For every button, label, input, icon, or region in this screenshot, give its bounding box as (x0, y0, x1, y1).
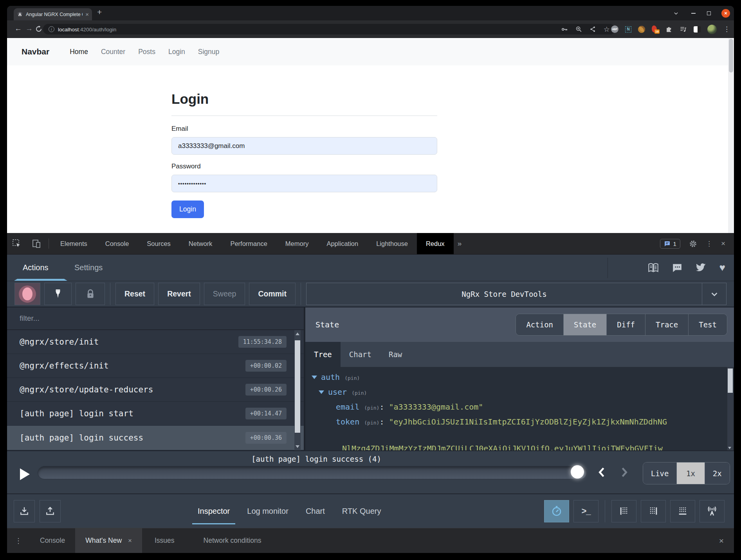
action-row[interactable]: @ngrx/effects/init+00:00.02 (7, 354, 304, 378)
redux-tab-actions[interactable]: Actions (23, 255, 49, 281)
password-field[interactable] (171, 175, 437, 192)
navbar-brand[interactable]: Navbar (22, 47, 49, 56)
redux-tab-settings[interactable]: Settings (74, 255, 103, 281)
zoom-icon[interactable] (575, 26, 582, 33)
new-tab-button[interactable]: + (97, 7, 102, 17)
tab-close-icon[interactable]: × (85, 11, 89, 17)
drawer-item-console[interactable]: Console (30, 528, 75, 553)
drawer-close-icon[interactable]: × (709, 528, 734, 553)
dispatcher-button[interactable]: >_ (573, 500, 599, 522)
address-bar[interactable]: i localhost:4200/auth/login ☆ (43, 24, 615, 34)
speed-1x[interactable]: 1x (676, 462, 704, 484)
bookmark-star-icon[interactable]: ☆ (604, 25, 610, 34)
step-back-icon[interactable] (597, 467, 606, 478)
tab-network[interactable]: Network (180, 233, 222, 254)
back-button[interactable]: ← (14, 24, 22, 33)
expand-triangle-icon[interactable] (319, 390, 324, 394)
maximize-button[interactable] (707, 6, 711, 20)
browser-menu-icon[interactable]: ⋮ (723, 25, 730, 33)
tab-trace[interactable]: Trace (645, 314, 688, 335)
tab-performance[interactable]: Performance (221, 233, 276, 254)
sweep-button[interactable]: Sweep (204, 283, 245, 305)
drawer-item-whats-new[interactable]: What's New × (75, 528, 142, 553)
slider-toggle-button[interactable] (544, 500, 569, 522)
tab-chart[interactable]: Chart (306, 507, 325, 516)
extensions-puzzle-icon[interactable] (665, 25, 673, 33)
slider-knob[interactable] (571, 465, 584, 479)
nav-link-login[interactable]: Login (168, 48, 185, 56)
lock-button[interactable] (76, 283, 105, 305)
import-button[interactable] (14, 500, 35, 522)
play-button[interactable] (20, 468, 30, 480)
tab-chart[interactable]: Chart (341, 342, 380, 367)
tab-action[interactable]: Action (516, 314, 563, 335)
dock-bottom-button[interactable] (670, 500, 695, 522)
twitter-icon[interactable] (696, 263, 706, 272)
playlist-icon[interactable] (680, 25, 687, 33)
step-forward-icon[interactable] (620, 467, 629, 478)
tab-console[interactable]: Console (96, 233, 138, 254)
password-key-icon[interactable] (561, 26, 568, 33)
tab-search-chevron-icon[interactable] (673, 6, 679, 20)
tree-node-auth[interactable]: auth (pin) (312, 372, 360, 382)
nav-link-posts[interactable]: Posts (138, 48, 155, 56)
login-submit-button[interactable]: Login (171, 201, 204, 218)
tab-application[interactable]: Application (317, 233, 367, 254)
inspect-element-icon[interactable] (7, 239, 27, 248)
devtools-close-icon[interactable]: × (721, 239, 725, 248)
commit-button[interactable]: Commit (249, 283, 296, 305)
nav-link-counter[interactable]: Counter (101, 48, 125, 56)
close-window-button[interactable]: × (721, 6, 730, 20)
devtools-menu-icon[interactable]: ⋮ (706, 240, 712, 248)
site-info-icon[interactable]: i (49, 26, 54, 32)
tab-lighthouse[interactable]: Lighthouse (367, 233, 417, 254)
instance-selector[interactable]: NgRx Store DevTools (306, 283, 727, 305)
sidebar-toggle-icon[interactable] (694, 26, 701, 33)
tab-raw[interactable]: Raw (380, 342, 411, 367)
tree-node-token[interactable]: token (pin): "eyJhbGciOiJSUzI1NiIsImtpZC… (336, 417, 667, 426)
pin-button[interactable] (44, 283, 72, 305)
export-button[interactable] (40, 500, 61, 522)
tab-state[interactable]: State (563, 314, 606, 335)
tab-test[interactable]: Test (688, 314, 727, 335)
share-icon[interactable] (590, 26, 596, 33)
minimize-button[interactable] (691, 6, 696, 20)
nav-link-signup[interactable]: Signup (198, 48, 220, 56)
tab-inspector[interactable]: Inspector (198, 507, 230, 516)
action-row-selected[interactable]: [auth page] login success+00:00.36 (7, 426, 304, 450)
reload-button[interactable] (35, 25, 42, 33)
tree-node-user[interactable]: user (pin) (319, 387, 367, 397)
docs-book-icon[interactable] (648, 263, 659, 273)
action-row[interactable]: @ngrx/store/update-reducers+00:00.26 (7, 378, 304, 402)
reset-button[interactable]: Reset (115, 283, 154, 305)
remote-button[interactable] (700, 500, 725, 522)
cookie-extension-icon[interactable] (638, 26, 645, 33)
expand-triangle-icon[interactable] (312, 376, 317, 379)
page-scrollbar[interactable] (728, 38, 734, 233)
speed-2x[interactable]: 2x (705, 462, 730, 484)
dock-left-button[interactable] (611, 500, 636, 522)
nav-link-home[interactable]: Home (70, 48, 88, 56)
profile-avatar[interactable] (707, 25, 717, 34)
record-button[interactable] (14, 283, 40, 305)
feedback-chat-icon[interactable] (672, 263, 682, 273)
playback-slider[interactable] (38, 466, 587, 479)
notion-extension-icon[interactable]: N (625, 26, 631, 33)
revert-button[interactable]: Revert (158, 283, 200, 305)
speed-live[interactable]: Live (643, 462, 676, 484)
drawer-menu-icon[interactable]: ⋮ (7, 528, 30, 553)
tab-log-monitor[interactable]: Log monitor (247, 507, 288, 516)
tab-rtk-query[interactable]: RTK Query (342, 507, 381, 516)
sponsor-heart-icon[interactable]: ♥ (719, 262, 725, 274)
tree-node-email[interactable]: email (pin): "a3333333@gmail.com" (336, 402, 483, 412)
tab-diff[interactable]: Diff (606, 314, 645, 335)
browser-tab[interactable]: Angular NGRX Complete C × (14, 8, 92, 20)
email-field[interactable] (171, 137, 437, 155)
device-toolbar-icon[interactable] (27, 239, 46, 248)
action-row[interactable]: [auth page] login start+00:14.47 (7, 402, 304, 426)
dock-right-button[interactable] (641, 500, 666, 522)
tab-tree[interactable]: Tree (305, 342, 341, 367)
tab-elements[interactable]: Elements (51, 233, 96, 254)
console-messages-badge[interactable]: 1 (660, 239, 680, 249)
drawer-item-network-conditions[interactable]: Network conditions (193, 528, 272, 553)
